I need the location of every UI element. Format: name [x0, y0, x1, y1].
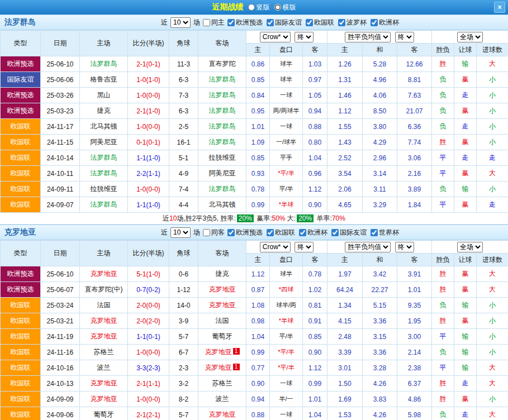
horizontal-layout-radio[interactable]: [274, 4, 281, 11]
result-wdl: 胜: [432, 266, 454, 282]
odds-closing-select[interactable]: 终: [295, 32, 314, 42]
avg-type-select[interactable]: 胜平负均值: [345, 242, 391, 252]
competition-type: 欧国联: [1, 197, 41, 213]
handicap-line: 一球: [270, 88, 303, 103]
avg-draw-odds: 3.36: [363, 313, 397, 329]
layout-option-horizontal[interactable]: 横版: [274, 3, 296, 12]
summary-part: 20%: [237, 214, 254, 222]
corner-score: 4-4: [169, 197, 198, 213]
result-handicap: 输: [454, 345, 477, 360]
competition-filter[interactable]: 世界杯: [371, 228, 399, 237]
result-goals: 小: [477, 72, 508, 88]
home-team: 法罗群岛: [80, 56, 128, 72]
competition-filter[interactable]: 国际友谊: [267, 18, 302, 27]
handicap-away-odds: 1.12: [303, 182, 327, 197]
competition-filter[interactable]: 欧洲预选: [227, 18, 263, 27]
match-row: 欧国联24-09-06葡萄牙2-1(2-1)5-7克罗地亚0.88一球1.041…: [1, 407, 508, 420]
avg-closing-select[interactable]: 终: [395, 242, 414, 252]
scope-select[interactable]: 全场: [457, 242, 483, 252]
scope-select[interactable]: 全场: [457, 32, 483, 42]
competition-checkbox[interactable]: [331, 229, 339, 236]
competition-checkbox[interactable]: [267, 19, 274, 26]
odds-company-select[interactable]: Crow*: [260, 242, 291, 252]
close-icon[interactable]: ×: [494, 2, 505, 13]
avg-away-odds: 2.16: [397, 166, 432, 182]
half-full-score: 2-1(1-0): [128, 103, 169, 119]
odds-company-select[interactable]: Crow*: [260, 32, 291, 42]
summary-part: 近: [163, 214, 169, 223]
away-team: 葡萄牙: [198, 329, 246, 345]
competition-checkbox[interactable]: [338, 19, 345, 26]
odds-closing-select[interactable]: 终: [295, 242, 314, 252]
layout-option-vertical[interactable]: 竖版: [248, 3, 270, 12]
competition-filter[interactable]: 国际友谊: [331, 228, 367, 237]
competition-filter[interactable]: 欧国联: [306, 18, 334, 27]
competition-checkbox[interactable]: [371, 229, 378, 236]
competition-checkbox[interactable]: [299, 229, 306, 236]
handicap-line: 球半: [270, 56, 303, 72]
sub-avg-home: 主: [327, 44, 363, 56]
match-filters: 近 10 场 同客 欧洲预选欧国联欧洲杯国际友谊世界杯: [161, 227, 399, 238]
avg-draw-odds: 3.15: [363, 329, 397, 345]
sub-result-handicap: 让球: [454, 254, 477, 266]
col-date: 日期: [41, 31, 80, 56]
handicap-home-odds: 0.99: [246, 345, 270, 360]
avg-home-odds: 1.43: [327, 135, 363, 150]
match-row: 欧国联25-03-21克罗地亚2-0(2-0)3-9法国0.98*半球0.914…: [1, 313, 508, 329]
result-goals: 大: [477, 166, 508, 182]
wdl-average-group: 胜平负均值 终: [327, 241, 432, 254]
avg-type-select[interactable]: 胜平负均值: [345, 32, 391, 42]
competition-filter[interactable]: 欧洲杯: [299, 228, 327, 237]
result-handicap: 赢: [454, 166, 477, 182]
result-goals: 小: [477, 345, 508, 360]
recent-count-select[interactable]: 10: [170, 17, 191, 28]
competition-checkbox[interactable]: [371, 19, 378, 26]
competition-filter[interactable]: 欧洲预选: [227, 228, 263, 237]
avg-home-odds: 1.12: [327, 103, 363, 119]
competition-type: 欧国联: [1, 360, 41, 376]
competition-filter[interactable]: 欧国联: [267, 228, 295, 237]
result-scope-group: 全场: [432, 31, 508, 44]
home-team: 拉脱维亚: [80, 182, 128, 197]
competition-filter-group: 欧洲预选欧国联欧洲杯国际友谊世界杯: [227, 228, 399, 237]
avg-away-odds: 12.66: [397, 56, 432, 72]
handicap-away-odds: 0.94: [303, 103, 327, 119]
col-score: 比分(半场): [128, 241, 169, 266]
match-date: 24-10-16: [41, 360, 80, 376]
competition-filter[interactable]: 欧洲杯: [371, 18, 399, 27]
same-venue-checkbox[interactable]: [203, 19, 210, 26]
avg-draw-odds: 3.42: [363, 266, 397, 282]
result-wdl: 负: [432, 103, 454, 119]
competition-checkbox[interactable]: [267, 229, 274, 236]
match-date: 24-10-13: [41, 376, 80, 392]
handicap-away-odds: 1.01: [303, 392, 327, 407]
home-team: 克罗地亚: [80, 266, 128, 282]
result-goals: 小: [477, 103, 508, 119]
col-score: 比分(半场): [128, 31, 169, 56]
handicap-line: 球半: [270, 266, 303, 282]
same-venue-checkbox[interactable]: [203, 229, 210, 236]
competition-checkbox[interactable]: [227, 19, 235, 26]
competition-filter[interactable]: 波罗杯: [338, 18, 367, 27]
result-wdl: 胜: [432, 56, 454, 72]
result-goals: 大: [477, 360, 508, 376]
competition-checkbox[interactable]: [227, 229, 235, 236]
home-team: 法罗群岛: [80, 166, 128, 182]
panel-title: 近期战绩: [212, 2, 244, 12]
competition-checkbox[interactable]: [306, 19, 313, 26]
same-venue-filter[interactable]: 同客: [203, 228, 225, 237]
same-venue-filter[interactable]: 同主: [203, 18, 225, 27]
avg-away-odds: 3.89: [397, 182, 432, 197]
result-goals: 走: [477, 197, 508, 213]
result-wdl: 胜: [432, 135, 454, 150]
result-handicap: 赢: [454, 392, 477, 407]
recent-count-select[interactable]: 10: [170, 227, 191, 238]
match-date: 24-09-09: [41, 392, 80, 407]
col-home: 主场: [80, 241, 128, 266]
vertical-layout-radio[interactable]: [248, 4, 255, 11]
match-date: 24-10-14: [41, 150, 80, 166]
competition-type: 欧国联: [1, 182, 41, 197]
result-wdl: 负: [432, 407, 454, 420]
avg-closing-select[interactable]: 终: [395, 32, 414, 42]
summary-part: 场,胜2平3负5, 胜率:: [177, 214, 235, 223]
